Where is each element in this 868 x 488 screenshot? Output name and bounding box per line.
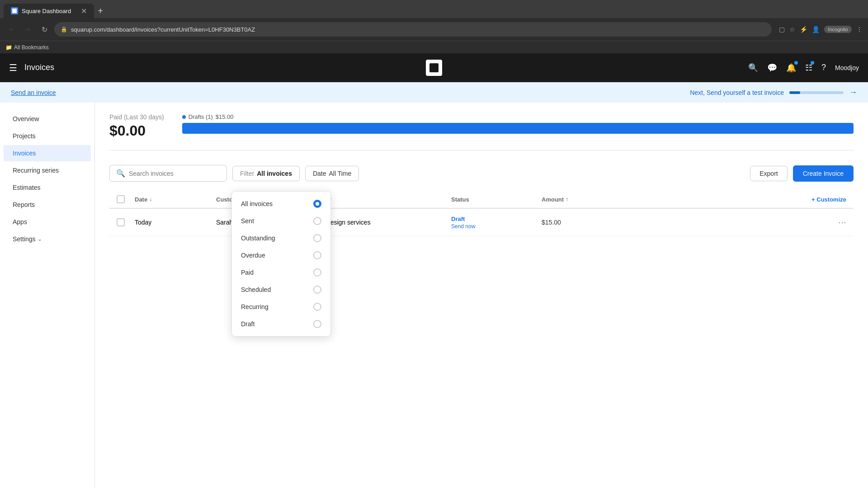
banner-cta-text: Next, Send yourself a test invoice bbox=[690, 89, 784, 96]
sidebar-item-reports[interactable]: Reports bbox=[4, 197, 91, 213]
dashboard-icon[interactable]: ☷ bbox=[805, 63, 812, 73]
back-button[interactable]: ← bbox=[5, 23, 18, 36]
search-icon: 🔍 bbox=[116, 169, 125, 178]
paid-stat: Paid (Last 30 days) $0.00 bbox=[109, 113, 164, 139]
date-value: All Time bbox=[329, 170, 352, 177]
bookmarks-folder-icon: 📁 bbox=[5, 44, 12, 51]
svg-rect-0 bbox=[12, 9, 17, 13]
more-options-button[interactable]: ⋯ bbox=[838, 217, 846, 227]
create-invoice-button[interactable]: Create Invoice bbox=[793, 165, 854, 182]
url-text: squarup.com/dashboard/invoices?currentUn… bbox=[71, 26, 255, 33]
table-row: Today Sarah For design services Draft Se… bbox=[109, 209, 854, 236]
filter-option-paid[interactable]: Paid bbox=[232, 264, 330, 281]
row-date: Today bbox=[135, 219, 216, 226]
incognito-badge: Incognito bbox=[824, 26, 852, 33]
filter-option-scheduled[interactable]: Scheduled bbox=[232, 281, 330, 298]
hamburger-menu[interactable]: ☰ bbox=[9, 62, 17, 73]
filter-option-overdue[interactable]: Overdue bbox=[232, 247, 330, 264]
filter-option-all-invoices[interactable]: All invoices bbox=[232, 195, 330, 212]
sidebar: Overview Projects Invoices Recurring ser… bbox=[0, 103, 95, 488]
radio-sent bbox=[313, 217, 321, 225]
date-filter-button[interactable]: Date All Time bbox=[305, 166, 359, 181]
active-tab[interactable]: Square Dashboard ✕ bbox=[4, 4, 94, 18]
row-title: For design services bbox=[316, 219, 451, 226]
notifications-icon[interactable]: 🔔 bbox=[786, 63, 796, 73]
drafts-label: Drafts (1) bbox=[189, 113, 213, 120]
bookmarks-label: All Bookmarks bbox=[14, 44, 49, 51]
search-input[interactable] bbox=[129, 170, 220, 177]
header-amount[interactable]: Amount ↑ bbox=[542, 196, 792, 203]
send-now-link[interactable]: Send now bbox=[451, 223, 475, 230]
stat-value: $0.00 bbox=[109, 122, 164, 139]
select-all-checkbox[interactable] bbox=[117, 195, 125, 203]
header-status[interactable]: Status bbox=[451, 196, 542, 203]
header-title[interactable]: Title ↑ bbox=[316, 196, 451, 203]
header-date[interactable]: Date ↓ bbox=[135, 196, 216, 203]
tab-favicon bbox=[11, 7, 18, 14]
main-content: Paid (Last 30 days) $0.00 Drafts (1) $15… bbox=[95, 103, 868, 488]
menu-icon[interactable]: ⋮ bbox=[856, 26, 863, 33]
filter-option-outstanding[interactable]: Outstanding bbox=[232, 230, 330, 247]
extensions-icon[interactable]: ⚡ bbox=[800, 26, 807, 33]
tab-title: Square Dashboard bbox=[22, 8, 71, 14]
date-label: Date bbox=[313, 170, 326, 177]
stat-period: (Last 30 days) bbox=[124, 113, 164, 121]
radio-paid bbox=[313, 268, 321, 277]
notification-badge bbox=[794, 61, 798, 65]
bookmark-icon[interactable]: ☆ bbox=[789, 26, 795, 33]
progress-section: Drafts (1) $15.00 bbox=[182, 113, 854, 134]
filter-button[interactable]: Filter All invoices bbox=[232, 166, 300, 181]
messages-icon[interactable]: 💬 bbox=[767, 63, 777, 73]
filter-option-recurring[interactable]: Recurring bbox=[232, 298, 330, 315]
new-tab-button[interactable]: + bbox=[94, 5, 107, 17]
forward-button[interactable]: → bbox=[22, 23, 34, 36]
sidebar-item-recurring[interactable]: Recurring series bbox=[4, 162, 91, 178]
search-nav-icon[interactable]: 🔍 bbox=[748, 63, 758, 73]
address-bar[interactable]: 🔒 squarup.com/dashboard/invoices?current… bbox=[54, 22, 772, 37]
row-checkbox[interactable] bbox=[117, 218, 125, 226]
help-icon[interactable]: ? bbox=[821, 63, 826, 72]
banner-arrow-icon[interactable]: → bbox=[849, 88, 857, 97]
header-check bbox=[117, 195, 135, 203]
search-box[interactable]: 🔍 bbox=[109, 165, 227, 182]
row-check bbox=[117, 218, 135, 226]
draft-dot bbox=[182, 115, 186, 119]
filter-option-sent[interactable]: Sent bbox=[232, 212, 330, 230]
header-customize: + Customize bbox=[792, 196, 846, 203]
top-nav: ☰ Invoices 🔍 💬 🔔 ☷ ? Moodjoy bbox=[0, 53, 868, 82]
reload-button[interactable]: ↻ bbox=[38, 23, 51, 36]
stats-section: Paid (Last 30 days) $0.00 Drafts (1) $15… bbox=[109, 113, 854, 150]
row-status: Draft Send now bbox=[451, 215, 542, 230]
lock-icon: 🔒 bbox=[61, 26, 67, 33]
draft-badge: Drafts (1) $15.00 bbox=[182, 113, 854, 120]
sidebar-item-estimates[interactable]: Estimates bbox=[4, 179, 91, 196]
sidebar-item-overview[interactable]: Overview bbox=[4, 111, 91, 127]
radio-recurring bbox=[313, 303, 321, 311]
profile-icon[interactable]: 👤 bbox=[812, 26, 820, 33]
sidebar-item-settings[interactable]: Settings ⌄ bbox=[4, 231, 91, 247]
status-badge[interactable]: Draft bbox=[451, 216, 465, 222]
sidebar-item-projects[interactable]: Projects bbox=[4, 128, 91, 144]
toolbar: 🔍 Filter All invoices Date All Time Expo… bbox=[109, 165, 854, 182]
banner-right: Next, Send yourself a test invoice → bbox=[690, 88, 857, 97]
bookmarks-item[interactable]: 📁 All Bookmarks bbox=[5, 44, 49, 51]
export-button[interactable]: Export bbox=[750, 166, 787, 181]
radio-all-invoices bbox=[313, 200, 321, 208]
sidebar-item-apps[interactable]: Apps bbox=[4, 214, 91, 230]
nav-icons: 🔍 💬 🔔 ☷ ? Moodjoy bbox=[748, 63, 859, 73]
amount-sort-icon: ↑ bbox=[566, 196, 568, 202]
radio-outstanding bbox=[313, 234, 321, 242]
filter-option-draft[interactable]: Draft bbox=[232, 315, 330, 333]
sidebar-item-invoices[interactable]: Invoices bbox=[4, 145, 91, 161]
chevron-down-icon: ⌄ bbox=[38, 236, 42, 242]
progress-bar bbox=[182, 123, 854, 134]
user-name[interactable]: Moodjoy bbox=[835, 64, 859, 71]
radio-draft bbox=[313, 320, 321, 328]
send-invoice-link[interactable]: Send an invoice bbox=[11, 89, 56, 96]
date-sort-icon: ↓ bbox=[149, 196, 152, 202]
cast-icon[interactable]: ▢ bbox=[779, 26, 785, 33]
tab-close-button[interactable]: ✕ bbox=[81, 7, 87, 15]
row-amount: $15.00 bbox=[542, 219, 792, 226]
customize-link[interactable]: + Customize bbox=[811, 196, 846, 203]
filter-label: Filter bbox=[240, 170, 254, 177]
